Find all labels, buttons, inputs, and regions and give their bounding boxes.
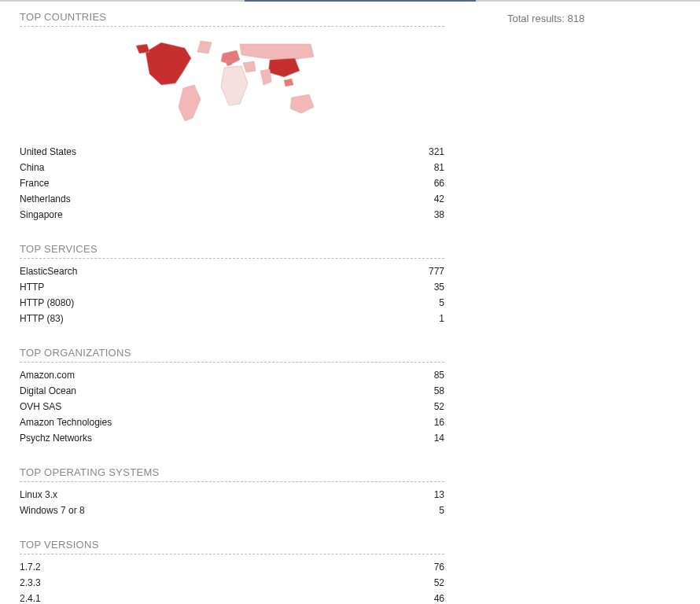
section-countries: TOP COUNTRIES [20,11,444,223]
facet-value: 16 [434,417,444,428]
facet-row[interactable]: China81 [20,160,444,175]
facet-value: 85 [434,370,444,381]
facet-row[interactable]: OVH SAS52 [20,399,444,414]
facet-label: United States [20,146,76,157]
total-results-value: 818 [568,13,585,24]
facet-row[interactable]: Linux 3.x13 [20,487,444,503]
facet-row[interactable]: United States321 [20,144,444,160]
facet-row[interactable]: 2.3.352 [20,575,444,591]
facet-label: Amazon.com [20,370,75,381]
facet-value: 38 [434,209,444,220]
facet-value: 46 [434,593,444,604]
os-list: Linux 3.x13Windows 7 or 85 [20,487,444,518]
divider [20,362,444,363]
section-title-countries: TOP COUNTRIES [20,11,444,23]
facet-label: Netherlands [20,193,71,204]
facet-value: 81 [434,162,444,173]
facet-row[interactable]: HTTP35 [20,279,444,295]
facet-label: 2.3.3 [20,577,41,588]
facet-label: Psychz Networks [20,433,92,444]
facet-value: 76 [434,562,444,573]
divider [20,26,444,27]
facet-label: 2.4.1 [20,593,41,604]
facet-label: Amazon Technologies [20,417,112,428]
facet-row[interactable]: ElasticSearch777 [20,263,444,279]
total-results-label: Total results: [507,13,565,24]
facet-label: Windows 7 or 8 [20,505,85,516]
section-title-organizations: TOP ORGANIZATIONS [20,347,444,359]
section-versions: TOP VERSIONS 1.7.2762.3.3522.4.1461.5.23… [20,539,444,604]
facet-value: 42 [434,193,444,204]
section-organizations: TOP ORGANIZATIONS Amazon.com85Digital Oc… [20,347,444,446]
divider [20,258,444,259]
facets-column: TOP COUNTRIES [20,9,444,604]
section-title-versions: TOP VERSIONS [20,539,444,551]
facet-row[interactable]: Amazon Technologies16 [20,414,444,430]
divider [20,554,444,554]
container: TOP COUNTRIES [0,2,700,604]
facet-value: 13 [434,489,444,500]
facet-row[interactable]: Digital Ocean58 [20,383,444,399]
facet-value: 777 [429,266,444,277]
facet-value: 1 [439,313,444,324]
facet-label: HTTP (8080) [20,297,74,308]
facet-value: 5 [439,505,444,516]
facet-row[interactable]: Psychz Networks14 [20,430,444,446]
facet-label: 1.7.2 [20,562,41,573]
facet-row[interactable]: Amazon.com85 [20,367,444,383]
facet-value: 321 [429,146,444,157]
section-services: TOP SERVICES ElasticSearch777HTTP35HTTP … [20,243,444,326]
facet-row[interactable]: Singapore38 [20,207,444,223]
facet-label: China [20,162,44,173]
section-os: TOP OPERATING SYSTEMS Linux 3.x13Windows… [20,466,444,518]
facet-row[interactable]: Netherlands42 [20,191,444,207]
facet-row[interactable]: HTTP (8080)5 [20,295,444,311]
section-title-os: TOP OPERATING SYSTEMS [20,466,444,478]
world-map [20,31,444,144]
facet-value: 35 [434,282,444,293]
facet-row[interactable]: HTTP (83)1 [20,311,444,326]
facet-label: Singapore [20,209,63,220]
organizations-list: Amazon.com85Digital Ocean58OVH SAS52Amaz… [20,367,444,446]
facet-label: Digital Ocean [20,385,76,396]
facet-label: HTTP [20,282,44,293]
facet-value: 52 [434,577,444,588]
facet-label: OVH SAS [20,401,61,412]
facet-row[interactable]: 2.4.146 [20,591,444,604]
services-list: ElasticSearch777HTTP35HTTP (8080)5HTTP (… [20,263,444,326]
facet-label: Linux 3.x [20,489,57,500]
facet-value: 14 [434,433,444,444]
facet-label: France [20,178,49,189]
facet-value: 66 [434,178,444,189]
world-map-icon [130,36,334,138]
facet-row[interactable]: 1.7.276 [20,559,444,575]
facet-value: 5 [439,297,444,308]
facet-value: 52 [434,401,444,412]
facet-label: ElasticSearch [20,266,77,277]
versions-list: 1.7.2762.3.3522.4.1461.5.2342.3.431 [20,559,444,604]
results-summary: Total results: 818 [507,9,584,604]
facet-row[interactable]: Windows 7 or 85 [20,503,444,518]
facet-value: 58 [434,385,444,396]
section-title-services: TOP SERVICES [20,243,444,255]
facet-row[interactable]: France66 [20,175,444,191]
countries-list: United States321China81France66Netherlan… [20,144,444,223]
divider [20,481,444,482]
facet-label: HTTP (83) [20,313,64,324]
